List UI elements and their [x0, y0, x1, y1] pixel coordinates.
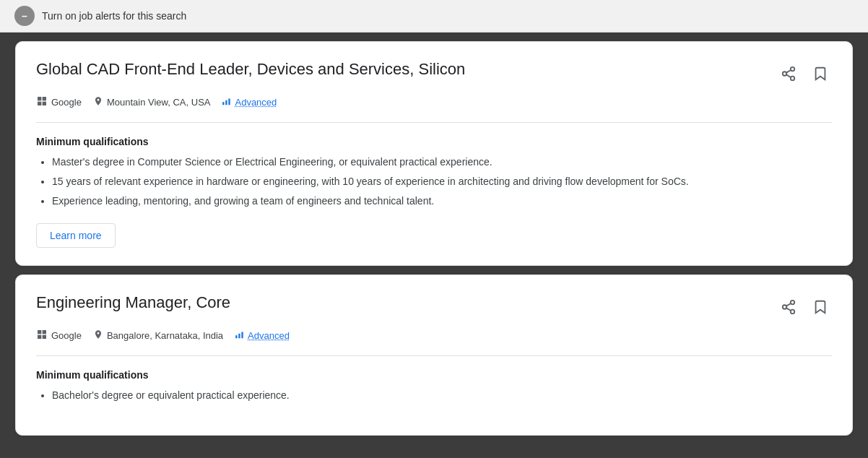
job-card: Engineering Manager, Core — [15, 275, 853, 436]
share-button[interactable] — [777, 295, 800, 319]
job-location: Mountain View, CA, USA — [107, 97, 211, 108]
level-label: Advanced — [235, 97, 277, 108]
location-icon — [93, 96, 103, 108]
svg-line-15 — [786, 308, 791, 311]
company-icon — [36, 95, 48, 109]
content-area: Global CAD Front-End Leader, Devices and… — [8, 33, 860, 444]
svg-rect-9 — [223, 102, 225, 105]
top-bar: – Turn on job alerts for this search — [0, 0, 868, 33]
svg-point-2 — [791, 77, 795, 81]
qualifications-list: Master's degree in Computer Science or E… — [36, 155, 832, 209]
qualifications-list: Bachelor's degree or equivalent practica… — [36, 388, 832, 403]
job-title: Engineering Manager, Core — [36, 293, 230, 314]
job-alerts-toggle[interactable]: – — [14, 6, 35, 26]
svg-point-0 — [791, 67, 795, 72]
qualifications-heading: Minimum qualifications — [36, 369, 832, 381]
svg-point-12 — [791, 301, 795, 305]
svg-rect-5 — [38, 97, 41, 100]
bookmark-button[interactable] — [809, 62, 832, 85]
job-title: Global CAD Front-End Leader, Devices and… — [36, 59, 465, 80]
job-meta: Google Mountain View, CA, USA — [36, 95, 832, 109]
job-alerts-text: Turn on job alerts for this search — [42, 10, 186, 22]
list-item: Experience leading, mentoring, and growi… — [52, 194, 832, 209]
company-meta: Google — [36, 329, 82, 342]
job-card-header: Engineering Manager, Core — [36, 293, 832, 319]
svg-rect-20 — [43, 335, 46, 339]
svg-point-14 — [791, 310, 795, 314]
svg-rect-10 — [226, 100, 227, 105]
divider — [36, 122, 832, 123]
level-icon — [222, 96, 232, 108]
job-card: Global CAD Front-End Leader, Devices and… — [15, 41, 853, 266]
svg-point-13 — [783, 305, 787, 309]
company-meta: Google — [36, 95, 82, 109]
level-badge[interactable]: Advanced — [235, 329, 290, 342]
level-label: Advanced — [248, 330, 290, 341]
company-icon — [36, 329, 48, 342]
learn-more-button[interactable]: Learn more — [36, 223, 116, 248]
job-location: Bangalore, Karnataka, India — [107, 330, 223, 341]
svg-rect-23 — [241, 332, 243, 339]
location-meta: Bangalore, Karnataka, India — [93, 329, 223, 342]
location-icon — [93, 329, 103, 342]
level-badge[interactable]: Advanced — [222, 96, 277, 108]
svg-rect-21 — [235, 335, 237, 338]
svg-point-1 — [783, 72, 787, 76]
list-item: 15 years of relevant experience in hardw… — [52, 174, 832, 189]
svg-line-3 — [786, 74, 791, 77]
share-button[interactable] — [777, 62, 800, 85]
job-actions — [777, 62, 832, 85]
svg-rect-22 — [238, 334, 240, 338]
location-meta: Mountain View, CA, USA — [93, 96, 211, 108]
company-name: Google — [51, 330, 82, 341]
qualifications-heading: Minimum qualifications — [36, 136, 832, 147]
svg-rect-19 — [38, 335, 41, 339]
job-meta: Google Bangalore, Karnataka, India — [36, 329, 832, 342]
svg-rect-8 — [43, 102, 46, 105]
svg-rect-7 — [38, 102, 41, 105]
job-actions — [777, 295, 832, 319]
svg-line-16 — [786, 303, 791, 306]
job-card-header: Global CAD Front-End Leader, Devices and… — [36, 59, 832, 85]
company-name: Google — [51, 97, 82, 108]
list-item: Bachelor's degree or equivalent practica… — [52, 388, 832, 403]
list-item: Master's degree in Computer Science or E… — [52, 155, 832, 170]
svg-rect-6 — [43, 97, 46, 100]
bookmark-button[interactable] — [809, 295, 832, 319]
divider — [36, 355, 832, 356]
svg-rect-17 — [38, 330, 41, 334]
svg-rect-18 — [43, 330, 46, 334]
svg-rect-11 — [229, 99, 230, 105]
level-icon — [235, 329, 245, 342]
svg-line-4 — [786, 70, 791, 73]
